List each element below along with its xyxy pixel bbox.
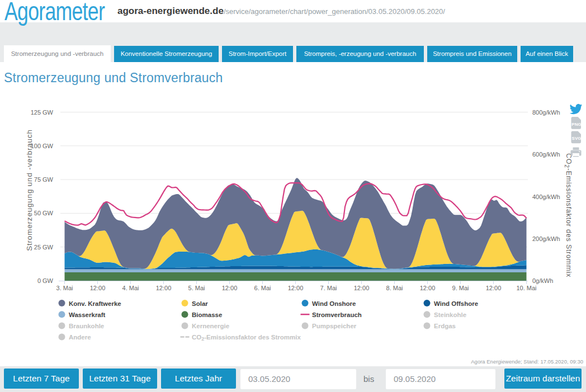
svg-text:Andere: Andere [69,334,91,341]
svg-text:25 GW: 25 GW [34,244,54,251]
svg-text:12:00: 12:00 [222,285,238,291]
svg-text:Wasserkraft: Wasserkraft [69,311,106,318]
svg-text:12:00: 12:00 [420,285,436,291]
svg-text:CO2-Emissionsfaktor des Stromm: CO2-Emissionsfaktor des Strommix [564,153,573,277]
svg-text:Erdgas: Erdgas [434,323,456,329]
svg-text:Konv. Kraftwerke: Konv. Kraftwerke [69,300,121,307]
svg-text:Agora Energiewende; Stand: 17.: Agora Energiewende; Stand: 17.05.2020, 0… [471,358,583,365]
svg-text:4. Mai: 4. Mai [122,285,139,291]
svg-text:Biomasse: Biomasse [192,311,222,318]
svg-text:75 GW: 75 GW [34,176,54,183]
svg-text:8. Mai: 8. Mai [386,285,403,291]
svg-text:Stromerzeugung und -verbrauch: Stromerzeugung und -verbrauch [25,129,34,251]
svg-text:Wind Offshore: Wind Offshore [434,300,478,307]
svg-text:CO2-Emissionsfaktor des Stromm: CO2-Emissionsfaktor des Strommix [192,334,301,342]
svg-text:Pumpspeicher: Pumpspeicher [312,323,357,329]
svg-text:0g/kWh: 0g/kWh [532,277,553,284]
svg-text:Kernenergie: Kernenergie [192,323,229,329]
svg-text:600g/kWh: 600g/kWh [532,151,560,158]
svg-text:0 GW: 0 GW [37,277,54,284]
svg-text:10. Mai: 10. Mai [516,285,536,291]
svg-text:12:00: 12:00 [354,285,370,291]
svg-text:Solar: Solar [192,300,208,307]
svg-text:Steinkohle: Steinkohle [434,311,466,318]
svg-text:12:00: 12:00 [90,285,106,291]
svg-text:9. Mai: 9. Mai [452,285,469,291]
svg-text:Braunkohle: Braunkohle [69,323,104,329]
svg-text:12:00: 12:00 [486,285,502,291]
svg-text:12:00: 12:00 [156,285,172,291]
svg-text:Wind Onshore: Wind Onshore [312,300,356,307]
svg-text:Stromverbrauch: Stromverbrauch [312,311,362,318]
svg-text:100 GW: 100 GW [31,143,54,149]
svg-text:7. Mai: 7. Mai [320,285,337,291]
svg-text:800g/kWh: 800g/kWh [532,109,560,116]
svg-text:SVG: SVG [572,136,582,141]
svg-text:6. Mai: 6. Mai [254,285,271,291]
svg-text:125 GW: 125 GW [31,109,54,116]
svg-text:400g/kWh: 400g/kWh [532,193,560,200]
svg-text:50 GW: 50 GW [34,210,54,216]
svg-text:200g/kWh: 200g/kWh [532,235,560,242]
svg-text:3. Mai: 3. Mai [56,285,73,291]
svg-text:5. Mai: 5. Mai [188,285,205,291]
svg-text:PNG: PNG [571,122,581,127]
svg-text:12:00: 12:00 [288,285,304,291]
